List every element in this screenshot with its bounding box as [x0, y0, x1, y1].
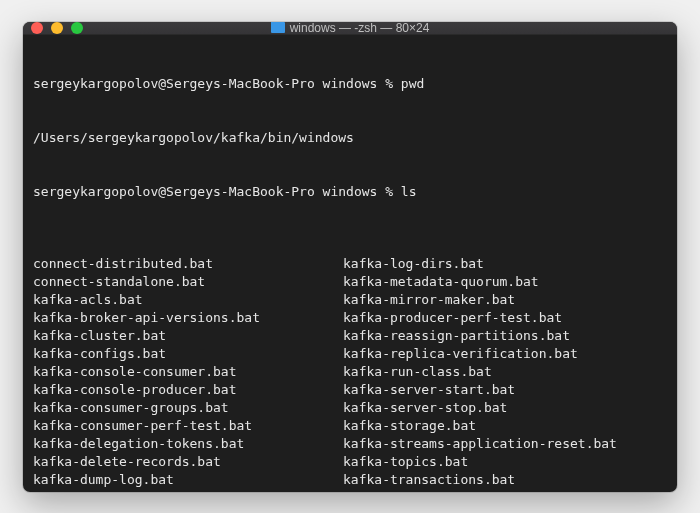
list-item: kafka-replica-verification.bat — [343, 345, 667, 363]
list-item: kafka-delete-records.bat — [33, 453, 343, 471]
list-item: kafka-acls.bat — [33, 291, 343, 309]
list-item: kafka-streams-application-reset.bat — [343, 435, 667, 453]
list-item: kafka-transactions.bat — [343, 471, 667, 489]
list-item: kafka-e2e-latency.bat — [33, 489, 343, 492]
list-item: kafka-cluster.bat — [33, 327, 343, 345]
list-item: kafka-log-dirs.bat — [343, 255, 667, 273]
terminal-window: windows — -zsh — 80×24 sergeykargopolov@… — [23, 22, 677, 492]
list-item: kafka-console-consumer.bat — [33, 363, 343, 381]
folder-icon — [271, 22, 285, 33]
list-item: connect-distributed.bat — [33, 255, 343, 273]
list-item: kafka-consumer-perf-test.bat — [33, 417, 343, 435]
list-item: connect-standalone.bat — [33, 273, 343, 291]
list-item: kafka-consumer-groups.bat — [33, 399, 343, 417]
minimize-button[interactable] — [51, 22, 63, 34]
titlebar[interactable]: windows — -zsh — 80×24 — [23, 22, 677, 35]
prompt-line: sergeykargopolov@Sergeys-MacBook-Pro win… — [33, 183, 667, 201]
list-item: zookeeper-server-start.bat — [343, 489, 667, 492]
list-item: kafka-broker-api-versions.bat — [33, 309, 343, 327]
list-item: kafka-server-start.bat — [343, 381, 667, 399]
window-title: windows — -zsh — 80×24 — [290, 22, 430, 35]
prompt-text: sergeykargopolov@Sergeys-MacBook-Pro win… — [33, 184, 401, 199]
list-item: kafka-reassign-partitions.bat — [343, 327, 667, 345]
list-item: kafka-mirror-maker.bat — [343, 291, 667, 309]
command-text: pwd — [401, 76, 424, 91]
terminal-body[interactable]: sergeykargopolov@Sergeys-MacBook-Pro win… — [23, 35, 677, 492]
prompt-text: sergeykargopolov@Sergeys-MacBook-Pro win… — [33, 76, 401, 91]
list-item: kafka-run-class.bat — [343, 363, 667, 381]
window-title-wrap: windows — -zsh — 80×24 — [23, 22, 677, 35]
list-item: kafka-dump-log.bat — [33, 471, 343, 489]
ls-column-1: connect-distributed.batconnect-standalon… — [33, 255, 343, 492]
list-item: kafka-configs.bat — [33, 345, 343, 363]
ls-output: connect-distributed.batconnect-standalon… — [33, 255, 667, 492]
ls-column-2: kafka-log-dirs.batkafka-metadata-quorum.… — [343, 255, 667, 492]
list-item: kafka-topics.bat — [343, 453, 667, 471]
list-item: kafka-producer-perf-test.bat — [343, 309, 667, 327]
prompt-line: sergeykargopolov@Sergeys-MacBook-Pro win… — [33, 75, 667, 93]
output-pwd: /Users/sergeykargopolov/kafka/bin/window… — [33, 129, 667, 147]
traffic-lights — [31, 22, 83, 34]
close-button[interactable] — [31, 22, 43, 34]
list-item: kafka-delegation-tokens.bat — [33, 435, 343, 453]
list-item: kafka-console-producer.bat — [33, 381, 343, 399]
list-item: kafka-metadata-quorum.bat — [343, 273, 667, 291]
list-item: kafka-storage.bat — [343, 417, 667, 435]
list-item: kafka-server-stop.bat — [343, 399, 667, 417]
maximize-button[interactable] — [71, 22, 83, 34]
command-text: ls — [401, 184, 417, 199]
